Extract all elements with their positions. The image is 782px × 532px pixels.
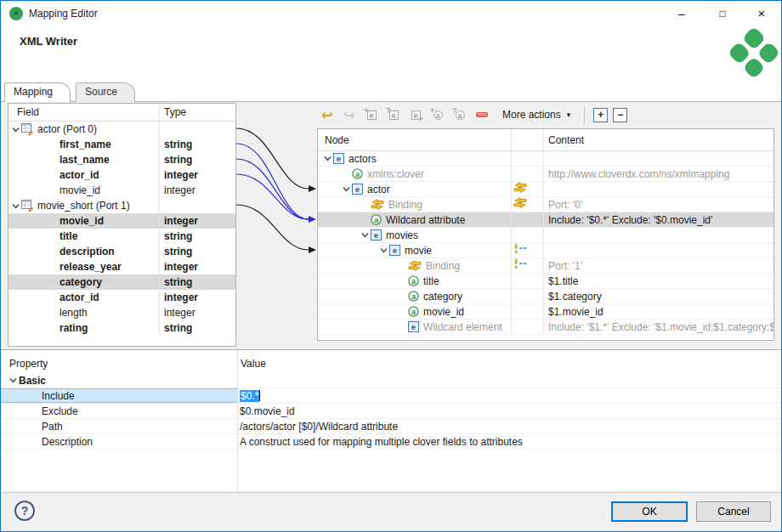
field-type: string: [160, 244, 235, 259]
property-name: Include: [42, 388, 75, 403]
tree-row-actors[interactable]: eactors: [318, 151, 774, 167]
field-row-rating[interactable]: ratingstring: [8, 320, 235, 336]
field-type: integer: [160, 183, 235, 198]
value-column-header: Value: [241, 351, 266, 376]
insert-element-button: e+: [407, 106, 424, 123]
text-caret: [259, 390, 260, 401]
field-type: string: [160, 137, 235, 152]
field-row-title[interactable]: titlestring: [8, 229, 235, 244]
collapse-all-button[interactable]: −: [613, 108, 627, 122]
chevron-down-icon[interactable]: [360, 230, 371, 240]
maximize-button[interactable]: □: [708, 1, 737, 26]
content-column-header: Content: [544, 129, 774, 150]
node-content: $1.category: [544, 289, 774, 303]
field-row-actor_id[interactable]: actor_idinteger: [8, 167, 235, 183]
property-name: Path: [42, 419, 63, 433]
tree-row-binding[interactable]: BindingPort: '1': [318, 258, 774, 274]
more-actions-button[interactable]: More actions▾: [497, 107, 575, 122]
attribute-icon: a: [371, 214, 382, 225]
tree-row-movie[interactable]: emovie: [318, 243, 774, 258]
tree-row-wildcard-attribute[interactable]: aWildcard attributeInclude: '$0.*' Exclu…: [318, 212, 774, 228]
svg-text:a: a: [411, 308, 416, 316]
node-content: Port: '1': [544, 258, 774, 273]
node-label: actors: [348, 151, 377, 166]
node-label: Wildcard attribute: [386, 212, 465, 227]
chevron-down-icon[interactable]: [341, 184, 352, 194]
field-label: title: [60, 229, 77, 244]
field-row-movie_short-port-1-[interactable]: movie_short (Port 1): [8, 198, 235, 213]
tab-mapping[interactable]: Mapping: [4, 82, 71, 102]
field-type: string: [160, 274, 235, 290]
field-row-length[interactable]: lengthinteger: [8, 305, 235, 320]
field-row-category[interactable]: categorystring: [8, 274, 235, 290]
node-content: [544, 243, 774, 258]
window-title: Mapping Editor: [29, 1, 98, 26]
button-bar: ? OK Cancel: [1, 492, 782, 532]
element-icon: e: [352, 184, 363, 195]
minimize-button[interactable]: –: [667, 1, 696, 26]
property-row-exclude[interactable]: Exclude$0.movie_id: [1, 404, 782, 419]
dropdown-arrow-icon: ▾: [567, 110, 571, 119]
tree-row-category[interactable]: acategory$1.category: [318, 289, 774, 304]
field-row-last_name[interactable]: last_namestring: [8, 152, 235, 167]
field-row-actor_id[interactable]: actor_idinteger: [8, 290, 235, 305]
cancel-button[interactable]: Cancel: [696, 501, 771, 522]
tree-row-title[interactable]: atitle$1.title: [318, 274, 774, 289]
node-column-header: Node: [318, 129, 512, 150]
property-name: Description: [42, 434, 93, 449]
close-button[interactable]: ×: [747, 1, 776, 26]
property-column-header: Property: [9, 351, 48, 376]
attribute-icon: a: [408, 275, 419, 286]
node-content: $1.title: [544, 274, 774, 288]
property-row-include[interactable]: Include$0.*: [1, 388, 782, 404]
chevron-down-icon[interactable]: [322, 154, 333, 163]
expand-all-button[interactable]: +: [593, 108, 608, 122]
svg-text:a: a: [374, 216, 378, 224]
field-type: [160, 122, 235, 137]
node-label: movie: [405, 243, 432, 258]
field-table-header: Field Type: [8, 104, 235, 122]
property-row-path[interactable]: Path/actors/actor [$0]/Wildcard attribut…: [1, 419, 782, 434]
help-button[interactable]: ?: [14, 501, 35, 521]
field-type: integer: [160, 259, 235, 274]
field-row-release_year[interactable]: release_yearinteger: [8, 259, 235, 274]
dialog-header: XML Writer: [1, 26, 781, 82]
tree-row-movies[interactable]: emovies: [318, 228, 774, 243]
tree-row-binding[interactable]: BindingPort: '0': [318, 197, 774, 212]
tree-row-wildcard-element[interactable]: eWildcard elementInclude: '$1.*' Exclude…: [318, 320, 774, 335]
property-row-basic[interactable]: Basic: [1, 373, 782, 388]
chevron-down-icon[interactable]: [10, 201, 21, 211]
node-label: Wildcard element: [423, 320, 502, 334]
node-tree-header: Node Content: [318, 129, 774, 151]
field-row-actor-port-0-[interactable]: actor (Port 0): [8, 122, 235, 137]
remove-node-button[interactable]: [473, 106, 490, 123]
element-icon: e: [371, 229, 382, 241]
ok-button[interactable]: OK: [611, 501, 688, 522]
record-port-icon: [21, 122, 34, 136]
field-label: actor (Port 0): [37, 122, 97, 137]
field-label: movie_short (Port 1): [37, 198, 130, 213]
map-field-button[interactable]: ↩: [319, 106, 336, 123]
node-label: actor: [367, 182, 390, 196]
tree-row-movie_id[interactable]: amovie_id$1.movie_id: [318, 304, 774, 320]
field-label: release_year: [60, 259, 122, 274]
tree-row-xmlns-clover[interactable]: axmlns:cloverhttp://www.cloverdx.com/ns/…: [318, 167, 774, 182]
field-row-movie_id[interactable]: movie_idinteger: [8, 213, 235, 229]
tree-row-actor[interactable]: eactor: [318, 182, 774, 197]
field-row-movie_id[interactable]: movie_idinteger: [8, 183, 235, 198]
field-label: category: [60, 274, 102, 290]
field-row-first_name[interactable]: first_namestring: [8, 137, 235, 152]
chevron-down-icon[interactable]: [378, 246, 389, 255]
tab-source[interactable]: Source: [76, 82, 135, 102]
property-value[interactable]: $0.*: [237, 388, 782, 403]
binding-column-header: [512, 129, 544, 150]
mapping-toolbar: ↩↪+e?ee++a?aMore actions▾+−: [319, 104, 627, 126]
value-text-selection: $0.*: [240, 390, 259, 402]
property-panel: Property Value BasicInclude$0.*Exclude$0…: [1, 349, 782, 491]
chevron-down-icon[interactable]: [8, 376, 19, 385]
field-row-description[interactable]: descriptionstring: [8, 244, 235, 259]
binding-icon: [408, 260, 422, 271]
chevron-down-icon[interactable]: [10, 125, 21, 134]
property-row-description[interactable]: DescriptionA construct used for mapping …: [1, 434, 782, 450]
type-column-header: Type: [160, 104, 235, 121]
